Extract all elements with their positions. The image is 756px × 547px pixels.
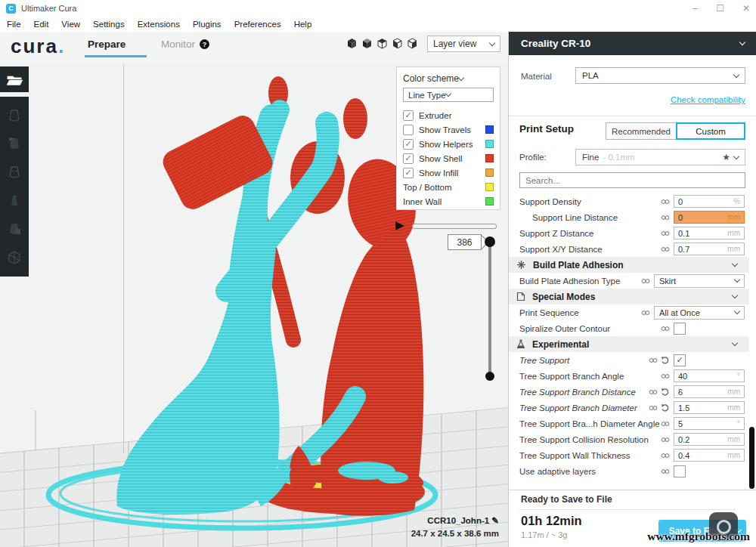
chevron-down-icon — [445, 91, 451, 97]
star-icon[interactable]: ★ — [722, 152, 730, 162]
link-icon[interactable] — [661, 452, 670, 459]
setting-value-field-warning[interactable]: 0mm — [674, 211, 745, 224]
view-left-icon[interactable] — [392, 38, 403, 50]
help-icon[interactable]: ? — [200, 39, 209, 49]
layer-number-tag[interactable]: 386 — [448, 234, 482, 250]
view-mode-dropdown[interactable]: Layer view — [427, 36, 500, 52]
show-infill-checkbox[interactable]: ✓ — [403, 168, 414, 178]
link-icon[interactable] — [661, 214, 670, 221]
setting-row-adaptive-layers: Use adaptive layers — [509, 463, 749, 479]
setting-value-field[interactable]: 0.4mm — [674, 449, 745, 462]
recommended-button[interactable]: Recommended — [606, 122, 677, 140]
link-icon[interactable] — [661, 246, 670, 253]
per-model-settings-button[interactable] — [5, 219, 24, 239]
link-icon[interactable] — [649, 404, 658, 412]
link-icon[interactable] — [641, 309, 650, 317]
play-button[interactable]: ▶ — [395, 219, 404, 230]
menu-preferences[interactable]: Preferences — [234, 20, 281, 29]
custom-button[interactable]: Custom — [676, 122, 745, 140]
setting-dropdown[interactable]: Skirt — [654, 274, 745, 288]
view-front-icon[interactable] — [361, 38, 373, 50]
menu-extensions[interactable]: Extensions — [138, 20, 180, 29]
show-travels-checkbox[interactable] — [403, 125, 414, 135]
setting-value-field[interactable]: 0.2mm — [674, 433, 745, 446]
machine-header[interactable]: Creality CR-10 — [509, 32, 756, 55]
show-helpers-checkbox[interactable]: ✓ — [403, 139, 414, 150]
reset-icon[interactable] — [661, 388, 670, 397]
material-dropdown[interactable]: PLA — [575, 67, 745, 84]
menu-help[interactable]: Help — [294, 20, 312, 29]
link-icon[interactable] — [661, 230, 670, 237]
setting-value-field[interactable]: 1.5mm — [674, 401, 745, 414]
setting-checkbox-checked[interactable]: ✓ — [674, 354, 686, 366]
maximize-button[interactable]: ☐ — [716, 4, 724, 13]
tool-column — [0, 97, 29, 277]
setting-checkbox[interactable] — [674, 323, 686, 335]
settings-search-input[interactable] — [519, 172, 745, 188]
reset-icon[interactable] — [661, 403, 670, 413]
layer-slider-lower-handle[interactable] — [485, 372, 494, 381]
flask-icon — [516, 339, 525, 349]
view-3d-icon[interactable] — [346, 38, 358, 50]
tab-monitor[interactable]: Monitor ? — [161, 39, 209, 50]
link-icon[interactable] — [649, 388, 658, 396]
open-file-button[interactable] — [0, 66, 29, 92]
layer-slider-track[interactable] — [488, 242, 491, 376]
tab-prepare-underline — [85, 55, 147, 57]
adhesion-icon — [516, 260, 526, 270]
legend-row-innerwall: Inner Wall — [403, 194, 494, 209]
menu-edit[interactable]: Edit — [34, 20, 49, 29]
view-top-icon[interactable] — [376, 38, 388, 50]
animation-slider[interactable] — [412, 224, 497, 229]
link-icon[interactable] — [661, 420, 670, 428]
menu-settings[interactable]: Settings — [93, 20, 125, 29]
extruder-checkbox[interactable]: ✓ — [403, 110, 414, 121]
chevron-down-icon[interactable] — [458, 74, 464, 80]
profile-dropdown[interactable]: Fine - 0.1mm ★ — [575, 149, 745, 165]
reset-icon[interactable] — [661, 356, 670, 365]
support-blocker-button[interactable] — [5, 248, 24, 267]
mirror-tool-button[interactable] — [5, 191, 24, 211]
link-icon[interactable] — [661, 198, 670, 206]
legend-row-travels: Show Travels — [403, 122, 494, 137]
setting-value-field[interactable]: 0.7mm — [674, 243, 745, 255]
move-tool-button[interactable] — [5, 106, 24, 125]
link-icon[interactable] — [661, 372, 670, 380]
rotate-tool-button[interactable] — [5, 162, 24, 182]
link-icon[interactable] — [649, 357, 658, 364]
view-right-icon[interactable] — [407, 38, 418, 50]
menu-view[interactable]: View — [61, 20, 80, 29]
setting-checkbox[interactable] — [674, 465, 686, 477]
chevron-down-icon — [739, 39, 745, 45]
setting-value-field[interactable]: 6mm — [674, 385, 745, 398]
menu-file[interactable]: File — [7, 20, 21, 29]
menu-plugins[interactable]: Plugins — [193, 20, 222, 29]
link-icon[interactable] — [661, 325, 670, 332]
close-button[interactable]: ✕ — [742, 4, 750, 13]
chevron-down-icon — [733, 71, 739, 77]
link-icon[interactable] — [641, 277, 650, 285]
setting-dropdown[interactable]: All at Once — [654, 306, 745, 320]
setting-value-field[interactable]: 0.1mm — [674, 227, 745, 240]
show-shell-checkbox[interactable]: ✓ — [403, 153, 414, 164]
category-special-modes[interactable]: Special Modes — [509, 289, 749, 304]
job-status: Ready to Save to File — [521, 494, 612, 505]
category-build-plate-adhesion[interactable]: Build Plate Adhesion — [509, 257, 749, 273]
setting-value-field[interactable]: 5° — [674, 417, 745, 430]
setting-value-field[interactable]: 40° — [674, 369, 745, 382]
link-icon[interactable] — [661, 468, 670, 475]
category-experimental[interactable]: Experimental — [509, 336, 749, 352]
setting-value-field[interactable]: 0% — [674, 195, 745, 208]
scale-tool-button[interactable] — [5, 134, 24, 153]
model-dimensions: 24.7 x 24.5 x 38.6 mm — [302, 529, 499, 538]
tab-prepare[interactable]: Prepare — [88, 39, 125, 50]
minimize-button[interactable]: – — [692, 4, 698, 13]
layer-slider-upper-handle[interactable] — [485, 236, 495, 247]
link-icon[interactable] — [661, 436, 670, 443]
settings-scrollbar[interactable] — [749, 427, 754, 489]
model-name[interactable]: CCR10_John-1 ✎ — [325, 515, 499, 526]
check-compatibility-link[interactable]: Check compatibility — [509, 95, 745, 104]
chevron-down-icon — [732, 292, 738, 298]
color-scheme-dropdown[interactable]: Line Type — [403, 88, 494, 102]
edit-model-name-icon[interactable]: ✎ — [491, 516, 499, 525]
